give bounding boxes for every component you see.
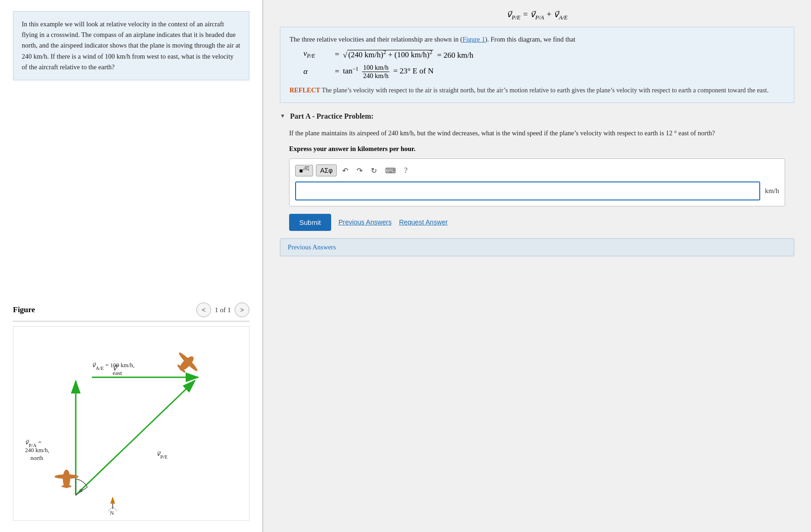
symbol-button[interactable]: AΣφ	[316, 164, 337, 176]
previous-answers-text: Previous Answers	[288, 243, 336, 251]
figure-nav: < 1 of 1 >	[196, 302, 249, 317]
redo-icon[interactable]: ↷	[354, 164, 365, 177]
chevron-down-icon: ▼	[280, 113, 285, 120]
svg-rect-0	[20, 326, 242, 520]
chevron-left-icon: <	[202, 306, 206, 314]
undo-icon[interactable]: ↶	[339, 164, 351, 177]
top-formula: v⃗P/E = v⃗P/A + v⃗A/E	[280, 9, 794, 21]
problem-text-box: In this example we will look at relative…	[13, 11, 249, 80]
symbol-icon: AΣφ	[320, 167, 333, 174]
math-line-1: vP/E = √(240 km/h)2 + (100 km/h)2 = 260 …	[303, 49, 785, 60]
part-a-header: ▼ Part A - Practice Problem:	[280, 112, 794, 121]
previous-answers-bar[interactable]: Previous Answers	[280, 238, 794, 256]
svg-text:north: north	[30, 454, 43, 461]
svg-point-13	[54, 474, 79, 479]
figure-count: 1 of 1	[215, 306, 231, 314]
figure-next-button[interactable]: >	[235, 302, 249, 317]
express-label: Express your answer in kilometers per ho…	[280, 145, 794, 153]
part-a-label: Part A - Practice Problem:	[290, 112, 374, 121]
chevron-right-icon: >	[240, 306, 244, 314]
left-panel: In this example we will look at relative…	[0, 0, 263, 532]
matrix-button[interactable]: ■√Tx	[295, 165, 313, 176]
figure-prev-button[interactable]: <	[196, 302, 211, 317]
input-row: km/h	[295, 181, 779, 200]
figure-section: Figure < 1 of 1 >	[13, 302, 249, 521]
figure-link[interactable]: Figure 1	[462, 36, 485, 43]
previous-answers-button[interactable]: Previous Answers	[339, 218, 392, 226]
figure-diagram: v⃗ ̅ v⃗A/E = 100 km/h, east	[13, 326, 249, 521]
svg-point-14	[61, 485, 72, 488]
solution-intro: The three relative velocities and their …	[290, 35, 785, 45]
help-icon[interactable]: ?	[401, 164, 410, 176]
keyboard-icon[interactable]: ⌨	[382, 164, 399, 177]
figure-header: Figure < 1 of 1 >	[13, 302, 249, 321]
svg-text:east: east	[113, 369, 122, 376]
reflect-text: REFLECT The plane’s velocity with respec…	[290, 85, 785, 95]
figure-title: Figure	[13, 305, 35, 314]
right-panel: v⃗P/E = v⃗P/A + v⃗A/E The three relative…	[263, 0, 811, 532]
refresh-icon[interactable]: ↻	[368, 164, 380, 177]
answer-toolbar: ■√Tx AΣφ ↶ ↷ ↻ ⌨ ?	[295, 164, 779, 177]
svg-text:240 km/h,: 240 km/h,	[25, 447, 49, 453]
matrix-icon: ■√Tx	[299, 167, 309, 174]
answer-input[interactable]	[295, 181, 760, 200]
reflect-body: The plane’s velocity with respect to the…	[321, 87, 769, 94]
solution-box: The three relative velocities and their …	[280, 27, 794, 103]
reflect-label: REFLECT	[290, 87, 320, 94]
problem-text: In this example we will look at relative…	[22, 20, 240, 71]
practice-problem-text: If the plane maintains its airspeed of 2…	[280, 128, 794, 139]
answer-box: ■√Tx AΣφ ↶ ↷ ↻ ⌨ ? km/h	[289, 158, 785, 206]
unit-label: km/h	[765, 187, 779, 195]
submit-button[interactable]: Submit	[289, 214, 331, 231]
svg-text:N: N	[110, 510, 114, 516]
velocity-diagram-svg: v⃗ ̅ v⃗A/E = 100 km/h, east	[13, 326, 249, 520]
action-row: Submit Previous Answers Request Answer	[280, 214, 794, 231]
math-line-2: α = tan−1 100 km/h 240 km/h = 23° E of N	[303, 64, 785, 80]
svg-text:α: α	[79, 486, 83, 493]
request-answer-button[interactable]: Request Answer	[399, 218, 448, 226]
